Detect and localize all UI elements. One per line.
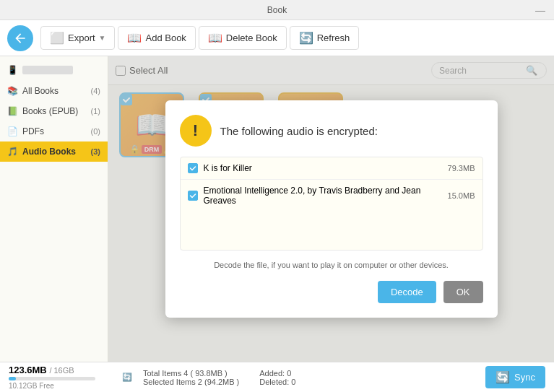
item-checkbox-1[interactable] bbox=[188, 163, 198, 173]
main-area: 📱 📚 All Books (4) 📗 Books (EPUB) (1) 📄 P… bbox=[0, 56, 554, 362]
item-checkbox-2[interactable] bbox=[188, 191, 198, 201]
storage-bar-bg bbox=[9, 377, 95, 380]
dialog-list-item-1[interactable]: K is for Killer 79.3MB bbox=[181, 157, 482, 180]
window-title: Book bbox=[267, 5, 287, 15]
dialog-actions: Decode OK bbox=[180, 281, 483, 303]
delete-book-button[interactable]: 📖 Delete Book bbox=[199, 26, 287, 50]
device-name bbox=[22, 66, 73, 74]
sync-button[interactable]: 🔄 Sync bbox=[485, 366, 545, 388]
export-button[interactable]: ⬜ Export ▼ bbox=[40, 26, 115, 50]
back-button[interactable] bbox=[7, 25, 33, 51]
refresh-icon: 🔄 bbox=[299, 31, 313, 45]
sidebar-item-audio-books[interactable]: 🎵 Audio Books (3) bbox=[0, 141, 108, 162]
sidebar-item-all-books[interactable]: 📚 All Books (4) bbox=[0, 81, 108, 101]
all-books-icon: 📚 bbox=[7, 86, 18, 96]
dialog-overlay: ! The following audio is encrypted: K is… bbox=[108, 56, 554, 362]
epub-icon: 📗 bbox=[7, 106, 18, 116]
dropdown-arrow: ▼ bbox=[99, 34, 106, 42]
device-item: 📱 bbox=[0, 59, 108, 81]
title-bar: Book — bbox=[0, 0, 554, 20]
warning-icon: ! bbox=[180, 115, 212, 147]
storage-info: 123.6MB / 16GB 10.12GB Free bbox=[9, 365, 117, 390]
item-name-1: K is for Killer bbox=[204, 163, 448, 173]
item-name-2: Emotional Intelligence 2.0, by Travis Br… bbox=[204, 186, 448, 206]
status-bar: 123.6MB / 16GB 10.12GB Free 🔄 Total Item… bbox=[0, 362, 554, 392]
status-added-deleted: Added: 0 Deleted: 0 bbox=[259, 369, 295, 386]
content-area: Select All 🔍 📖 🔒 bbox=[108, 56, 554, 362]
decode-button[interactable]: Decode bbox=[378, 281, 436, 303]
storage-free: 10.12GB Free bbox=[9, 382, 117, 390]
add-book-button[interactable]: 📖 Add Book bbox=[118, 26, 195, 50]
item-size-1: 79.3MB bbox=[448, 164, 475, 173]
dialog-list-item-2[interactable]: Emotional Intelligence 2.0, by Travis Br… bbox=[181, 180, 482, 212]
sync-icon: 🔄 bbox=[495, 370, 510, 384]
refresh-button[interactable]: 🔄 Refresh bbox=[290, 26, 360, 50]
dialog-header: ! The following audio is encrypted: bbox=[180, 115, 483, 147]
storage-bar-fill bbox=[9, 377, 16, 380]
ok-button[interactable]: OK bbox=[443, 281, 483, 303]
audio-icon: 🎵 bbox=[7, 147, 18, 157]
dialog-list: K is for Killer 79.3MB Emotional Intelli… bbox=[180, 157, 483, 251]
storage-title: 123.6MB / 16GB bbox=[9, 365, 117, 375]
dialog: ! The following audio is encrypted: K is… bbox=[165, 100, 498, 318]
minimize-button[interactable]: — bbox=[535, 4, 545, 16]
device-icon: 📱 bbox=[7, 65, 18, 75]
export-icon: ⬜ bbox=[50, 31, 64, 45]
dialog-title: The following audio is encrypted: bbox=[220, 125, 378, 137]
pdf-icon: 📄 bbox=[7, 126, 18, 136]
sidebar-item-pdfs[interactable]: 📄 PDFs (0) bbox=[0, 121, 108, 141]
item-size-2: 15.0MB bbox=[448, 191, 475, 200]
toolbar: ⬜ Export ▼ 📖 Add Book 📖 Delete Book 🔄 Re… bbox=[0, 20, 554, 56]
add-book-icon: 📖 bbox=[127, 31, 142, 45]
status-text: Total Items 4 ( 93.8MB ) Selected Items … bbox=[143, 369, 239, 386]
status-sync-icon: 🔄 bbox=[117, 367, 137, 388]
sidebar: 📱 📚 All Books (4) 📗 Books (EPUB) (1) 📄 P… bbox=[0, 56, 108, 362]
sidebar-item-books-epub[interactable]: 📗 Books (EPUB) (1) bbox=[0, 101, 108, 121]
dialog-note: Decode the file, if you want to play it … bbox=[180, 261, 483, 269]
status-items: 🔄 Total Items 4 ( 93.8MB ) Selected Item… bbox=[117, 367, 485, 388]
delete-book-icon: 📖 bbox=[208, 31, 222, 45]
